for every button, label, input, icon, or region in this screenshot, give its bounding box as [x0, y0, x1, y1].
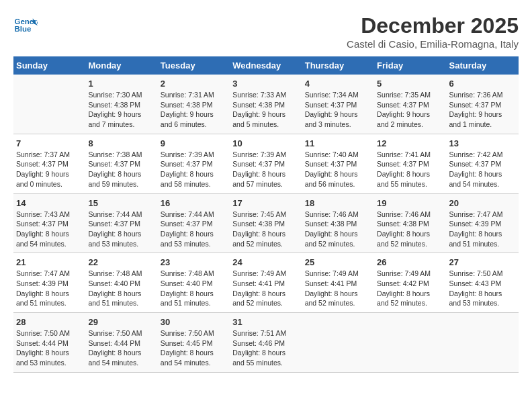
- day-info: Sunrise: 7:46 AM Sunset: 4:38 PM Dayligh…: [305, 210, 371, 249]
- day-info: Sunrise: 7:49 AM Sunset: 4:41 PM Dayligh…: [232, 269, 299, 308]
- calendar-body: 1Sunrise: 7:30 AM Sunset: 4:38 PM Daylig…: [13, 75, 519, 372]
- day-info: Sunrise: 7:50 AM Sunset: 4:45 PM Dayligh…: [161, 328, 227, 368]
- calendar-cell: 3Sunrise: 7:33 AM Sunset: 4:38 PM Daylig…: [230, 75, 302, 134]
- subtitle: Castel di Casio, Emilia-Romagna, Italy: [347, 38, 519, 50]
- calendar-cell: 15Sunrise: 7:44 AM Sunset: 4:37 PM Dayli…: [85, 193, 157, 253]
- day-number: 20: [449, 198, 516, 208]
- calendar-cell: 21Sunrise: 7:47 AM Sunset: 4:39 PM Dayli…: [13, 253, 85, 313]
- calendar-week-row: 7Sunrise: 7:37 AM Sunset: 4:37 PM Daylig…: [13, 134, 519, 193]
- calendar-cell: [374, 313, 446, 373]
- day-number: 9: [161, 138, 227, 148]
- day-number: 24: [232, 257, 299, 267]
- day-info: Sunrise: 7:39 AM Sunset: 4:37 PM Dayligh…: [161, 150, 227, 189]
- day-number: 22: [88, 257, 154, 267]
- day-number: 13: [449, 138, 516, 148]
- calendar-cell: 28Sunrise: 7:50 AM Sunset: 4:44 PM Dayli…: [13, 313, 85, 373]
- day-number: 1: [88, 79, 154, 89]
- day-number: 26: [377, 257, 443, 267]
- day-number: 31: [232, 317, 299, 327]
- calendar-week-row: 1Sunrise: 7:30 AM Sunset: 4:38 PM Daylig…: [13, 75, 519, 134]
- day-number: 2: [161, 79, 227, 89]
- day-number: 25: [305, 257, 371, 267]
- day-info: Sunrise: 7:47 AM Sunset: 4:39 PM Dayligh…: [449, 210, 516, 249]
- day-number: 5: [377, 79, 443, 89]
- day-info: Sunrise: 7:43 AM Sunset: 4:37 PM Dayligh…: [16, 210, 83, 249]
- day-number: 14: [16, 198, 83, 208]
- day-info: Sunrise: 7:45 AM Sunset: 4:38 PM Dayligh…: [232, 210, 299, 249]
- day-number: 19: [377, 198, 443, 208]
- day-number: 17: [232, 198, 299, 208]
- day-number: 16: [161, 198, 227, 208]
- day-info: Sunrise: 7:39 AM Sunset: 4:37 PM Dayligh…: [232, 150, 299, 189]
- calendar-cell: 27Sunrise: 7:50 AM Sunset: 4:43 PM Dayli…: [447, 253, 519, 313]
- month-title: December 2025: [347, 13, 519, 38]
- calendar-cell: [447, 313, 519, 373]
- calendar-cell: 12Sunrise: 7:41 AM Sunset: 4:37 PM Dayli…: [374, 134, 446, 193]
- day-info: Sunrise: 7:34 AM Sunset: 4:37 PM Dayligh…: [305, 90, 371, 130]
- calendar-cell: 10Sunrise: 7:39 AM Sunset: 4:37 PM Dayli…: [230, 134, 302, 193]
- day-info: Sunrise: 7:44 AM Sunset: 4:37 PM Dayligh…: [161, 210, 227, 249]
- day-info: Sunrise: 7:51 AM Sunset: 4:46 PM Dayligh…: [232, 328, 299, 368]
- day-header: Friday: [374, 56, 446, 75]
- day-info: Sunrise: 7:36 AM Sunset: 4:37 PM Dayligh…: [449, 90, 516, 130]
- page-header: General Blue December 2025 Castel di Cas…: [13, 13, 519, 50]
- calendar-week-row: 21Sunrise: 7:47 AM Sunset: 4:39 PM Dayli…: [13, 253, 519, 313]
- calendar-cell: 22Sunrise: 7:48 AM Sunset: 4:40 PM Dayli…: [85, 253, 157, 313]
- day-number: 18: [305, 198, 371, 208]
- day-info: Sunrise: 7:42 AM Sunset: 4:37 PM Dayligh…: [449, 150, 516, 189]
- day-header: Monday: [85, 56, 157, 75]
- logo: General Blue: [13, 13, 38, 38]
- calendar-cell: 11Sunrise: 7:40 AM Sunset: 4:37 PM Dayli…: [302, 134, 374, 193]
- day-header: Tuesday: [158, 56, 230, 75]
- day-number: 29: [88, 317, 154, 327]
- day-number: 12: [377, 138, 443, 148]
- calendar-cell: 19Sunrise: 7:46 AM Sunset: 4:38 PM Dayli…: [374, 193, 446, 253]
- calendar-cell: 24Sunrise: 7:49 AM Sunset: 4:41 PM Dayli…: [230, 253, 302, 313]
- day-number: 27: [449, 257, 516, 267]
- calendar-cell: 14Sunrise: 7:43 AM Sunset: 4:37 PM Dayli…: [13, 193, 85, 253]
- day-number: 3: [232, 79, 299, 89]
- day-header: Thursday: [302, 56, 374, 75]
- calendar-cell: 18Sunrise: 7:46 AM Sunset: 4:38 PM Dayli…: [302, 193, 374, 253]
- calendar-cell: 7Sunrise: 7:37 AM Sunset: 4:37 PM Daylig…: [13, 134, 85, 193]
- day-info: Sunrise: 7:38 AM Sunset: 4:37 PM Dayligh…: [88, 150, 154, 189]
- calendar-cell: 1Sunrise: 7:30 AM Sunset: 4:38 PM Daylig…: [85, 75, 157, 134]
- calendar-header-row: SundayMondayTuesdayWednesdayThursdayFrid…: [13, 56, 519, 75]
- day-info: Sunrise: 7:50 AM Sunset: 4:44 PM Dayligh…: [16, 328, 83, 368]
- calendar-cell: 5Sunrise: 7:35 AM Sunset: 4:37 PM Daylig…: [374, 75, 446, 134]
- calendar-cell: 31Sunrise: 7:51 AM Sunset: 4:46 PM Dayli…: [230, 313, 302, 373]
- day-info: Sunrise: 7:37 AM Sunset: 4:37 PM Dayligh…: [16, 150, 83, 189]
- day-info: Sunrise: 7:47 AM Sunset: 4:39 PM Dayligh…: [16, 269, 83, 308]
- calendar-table: SundayMondayTuesdayWednesdayThursdayFrid…: [13, 56, 519, 373]
- day-info: Sunrise: 7:41 AM Sunset: 4:37 PM Dayligh…: [377, 150, 443, 189]
- calendar-week-row: 28Sunrise: 7:50 AM Sunset: 4:44 PM Dayli…: [13, 313, 519, 373]
- calendar-cell: 4Sunrise: 7:34 AM Sunset: 4:37 PM Daylig…: [302, 75, 374, 134]
- day-info: Sunrise: 7:50 AM Sunset: 4:43 PM Dayligh…: [449, 269, 516, 308]
- day-number: 6: [449, 79, 516, 89]
- title-area: December 2025 Castel di Casio, Emilia-Ro…: [347, 13, 519, 50]
- calendar-cell: 16Sunrise: 7:44 AM Sunset: 4:37 PM Dayli…: [158, 193, 230, 253]
- day-number: 10: [232, 138, 299, 148]
- svg-text:Blue: Blue: [14, 25, 32, 33]
- day-info: Sunrise: 7:48 AM Sunset: 4:40 PM Dayligh…: [88, 269, 154, 308]
- day-info: Sunrise: 7:50 AM Sunset: 4:44 PM Dayligh…: [88, 328, 154, 368]
- day-header: Saturday: [447, 56, 519, 75]
- day-info: Sunrise: 7:49 AM Sunset: 4:41 PM Dayligh…: [305, 269, 371, 308]
- day-info: Sunrise: 7:35 AM Sunset: 4:37 PM Dayligh…: [377, 90, 443, 130]
- day-info: Sunrise: 7:33 AM Sunset: 4:38 PM Dayligh…: [232, 90, 299, 130]
- calendar-cell: 20Sunrise: 7:47 AM Sunset: 4:39 PM Dayli…: [447, 193, 519, 253]
- calendar-cell: 13Sunrise: 7:42 AM Sunset: 4:37 PM Dayli…: [447, 134, 519, 193]
- day-info: Sunrise: 7:31 AM Sunset: 4:38 PM Dayligh…: [161, 90, 227, 130]
- calendar-cell: 8Sunrise: 7:38 AM Sunset: 4:37 PM Daylig…: [85, 134, 157, 193]
- calendar-cell: 30Sunrise: 7:50 AM Sunset: 4:45 PM Dayli…: [158, 313, 230, 373]
- day-info: Sunrise: 7:44 AM Sunset: 4:37 PM Dayligh…: [88, 210, 154, 249]
- day-info: Sunrise: 7:46 AM Sunset: 4:38 PM Dayligh…: [377, 210, 443, 249]
- logo-icon: General Blue: [13, 13, 38, 38]
- day-header: Sunday: [13, 56, 85, 75]
- day-number: 23: [161, 257, 227, 267]
- day-info: Sunrise: 7:30 AM Sunset: 4:38 PM Dayligh…: [88, 90, 154, 130]
- calendar-cell: 29Sunrise: 7:50 AM Sunset: 4:44 PM Dayli…: [85, 313, 157, 373]
- calendar-cell: 9Sunrise: 7:39 AM Sunset: 4:37 PM Daylig…: [158, 134, 230, 193]
- day-number: 4: [305, 79, 371, 89]
- calendar-cell: 2Sunrise: 7:31 AM Sunset: 4:38 PM Daylig…: [158, 75, 230, 134]
